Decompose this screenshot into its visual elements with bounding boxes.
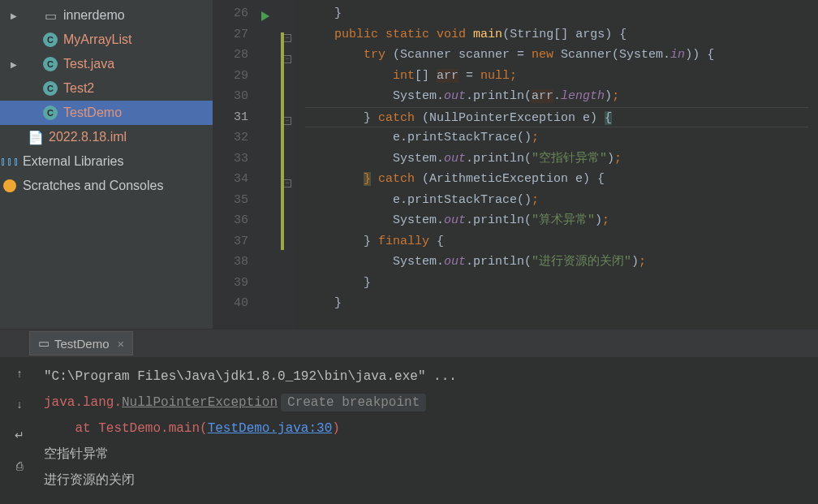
chevron-right-icon: ▶ bbox=[6, 11, 21, 20]
tree-item-label: MyArrayList bbox=[63, 32, 131, 47]
console-line: 空指针异常 bbox=[44, 442, 813, 467]
line-number[interactable]: 39 bbox=[216, 273, 248, 294]
run-tool-window: ▭ TestDemo × ↑ ↓ ↵ ⎙ "C:\Program Files\J… bbox=[0, 329, 818, 504]
tree-scratches[interactable]: Scratches and Consoles bbox=[0, 174, 213, 198]
scroll-down-icon[interactable]: ↓ bbox=[10, 394, 29, 414]
code-row[interactable]: } finally { bbox=[305, 231, 808, 252]
line-number[interactable]: 30 bbox=[216, 86, 248, 107]
code-row[interactable]: int[] arr = null; bbox=[305, 66, 808, 87]
code-row[interactable]: try (Scanner scanner = new Scanner(Syste… bbox=[305, 45, 808, 66]
scratch-icon bbox=[2, 178, 18, 194]
run-gutter[interactable] bbox=[258, 0, 281, 329]
tree-item-label: Scratches and Consoles bbox=[23, 179, 163, 193]
run-tab-label: TestDemo bbox=[54, 337, 110, 351]
exception-link[interactable]: NullPointerException bbox=[122, 395, 278, 410]
fold-toggle-icon[interactable]: − bbox=[283, 179, 291, 187]
line-number[interactable]: 33 bbox=[216, 149, 248, 170]
code-row[interactable]: } bbox=[305, 273, 808, 294]
line-number[interactable]: 38 bbox=[216, 252, 248, 273]
create-breakpoint-hint[interactable]: Create breakpoint bbox=[281, 394, 426, 411]
code-row[interactable]: System.out.println("空指针异常"); bbox=[305, 149, 808, 170]
line-number-gutter[interactable]: 262728293031323334353637383940 bbox=[213, 0, 258, 329]
tree-class-test-java[interactable]: ▶ C Test.java bbox=[0, 52, 213, 76]
fold-toggle-icon[interactable]: − bbox=[283, 34, 291, 42]
tree-class-testdemo[interactable]: C TestDemo bbox=[0, 101, 213, 125]
code-area[interactable]: } public static void main(String[] args)… bbox=[295, 0, 818, 329]
code-row[interactable]: } catch (NullPointerException e) { bbox=[305, 107, 808, 128]
tree-folder-innerdemo[interactable]: ▶ ▭ innerdemo bbox=[0, 3, 213, 28]
tree-item-label: TestDemo bbox=[63, 106, 122, 120]
code-row[interactable]: System.out.println("算术异常"); bbox=[305, 210, 808, 231]
line-number[interactable]: 36 bbox=[216, 210, 248, 231]
close-icon[interactable]: × bbox=[118, 337, 125, 351]
line-number[interactable]: 34 bbox=[216, 169, 248, 190]
library-icon: ⫾⫾⫾ bbox=[2, 153, 18, 170]
tree-external-libraries[interactable]: ⫾⫾⫾ External Libraries bbox=[0, 149, 213, 174]
scroll-up-icon[interactable]: ↑ bbox=[10, 364, 29, 383]
code-editor[interactable]: 262728293031323334353637383940 − − − − }… bbox=[213, 0, 818, 329]
fold-toggle-icon[interactable]: − bbox=[283, 55, 291, 63]
fold-gutter[interactable]: − − − − bbox=[281, 0, 295, 329]
stack-trace-link[interactable]: TestDemo.java:30 bbox=[208, 421, 333, 436]
line-number[interactable]: 27 bbox=[216, 24, 248, 45]
file-icon: 📄 bbox=[28, 129, 44, 145]
console-toolbar: ↑ ↓ ↵ ⎙ bbox=[0, 357, 39, 504]
chevron-right-icon: ▶ bbox=[6, 60, 21, 69]
console-output[interactable]: "C:\Program Files\Java\jdk1.8.0_192\bin\… bbox=[39, 357, 818, 504]
soft-wrap-icon[interactable]: ↵ bbox=[10, 425, 29, 445]
tree-item-label: innerdemo bbox=[63, 8, 125, 23]
print-icon[interactable]: ⎙ bbox=[10, 456, 29, 476]
code-row[interactable]: } catch (ArithmeticException e) { bbox=[305, 169, 808, 190]
line-number[interactable]: 40 bbox=[216, 293, 248, 314]
code-row[interactable]: public static void main(String[] args) { bbox=[305, 24, 808, 45]
line-number[interactable]: 37 bbox=[216, 231, 248, 252]
tree-item-label: External Libraries bbox=[23, 154, 124, 169]
tree-item-label: Test2 bbox=[63, 81, 94, 96]
tree-class-myarraylist[interactable]: C MyArrayList bbox=[0, 28, 213, 52]
tree-item-label: 2022.8.18.iml bbox=[49, 130, 127, 144]
run-line-icon[interactable] bbox=[261, 11, 269, 21]
code-row[interactable]: e.printStackTrace(); bbox=[305, 190, 808, 211]
folder-icon: ▭ bbox=[42, 7, 58, 24]
line-number[interactable]: 35 bbox=[216, 190, 248, 211]
code-row[interactable]: e.printStackTrace(); bbox=[305, 127, 808, 149]
line-number[interactable]: 32 bbox=[216, 127, 248, 149]
tree-class-test2[interactable]: C Test2 bbox=[0, 76, 213, 101]
line-number[interactable]: 29 bbox=[216, 66, 248, 87]
line-number[interactable]: 31 bbox=[216, 107, 248, 128]
code-row[interactable]: } bbox=[305, 3, 808, 24]
class-icon: C bbox=[42, 105, 58, 121]
tree-file-iml[interactable]: 📄 2022.8.18.iml bbox=[0, 125, 213, 149]
tree-item-label: Test.java bbox=[63, 57, 114, 71]
run-tab-testdemo[interactable]: ▭ TestDemo × bbox=[29, 331, 133, 355]
code-row[interactable]: System.out.println("进行资源的关闭"); bbox=[305, 252, 808, 273]
code-row[interactable]: } bbox=[305, 293, 808, 314]
class-icon: C bbox=[42, 80, 58, 97]
file-icon: ▭ bbox=[38, 336, 50, 351]
console-stack-line: at TestDemo.main(TestDemo.java:30) bbox=[44, 416, 813, 442]
class-icon: C bbox=[42, 56, 58, 72]
project-tree[interactable]: ▶ ▭ innerdemo C MyArrayList ▶ C Test.jav… bbox=[0, 0, 213, 329]
console-line: 进行资源的关闭 bbox=[44, 467, 813, 493]
code-row[interactable]: System.out.println(arr.length); bbox=[305, 86, 808, 107]
fold-toggle-icon[interactable]: − bbox=[283, 117, 291, 125]
line-number[interactable]: 28 bbox=[216, 45, 248, 66]
class-icon: C bbox=[42, 32, 58, 48]
console-line: "C:\Program Files\Java\jdk1.8.0_192\bin\… bbox=[44, 364, 813, 390]
console-exception-line: java.lang.NullPointerExceptionCreate bre… bbox=[44, 390, 813, 416]
run-tab-bar: ▭ TestDemo × bbox=[0, 330, 818, 357]
line-number[interactable]: 26 bbox=[216, 3, 248, 24]
